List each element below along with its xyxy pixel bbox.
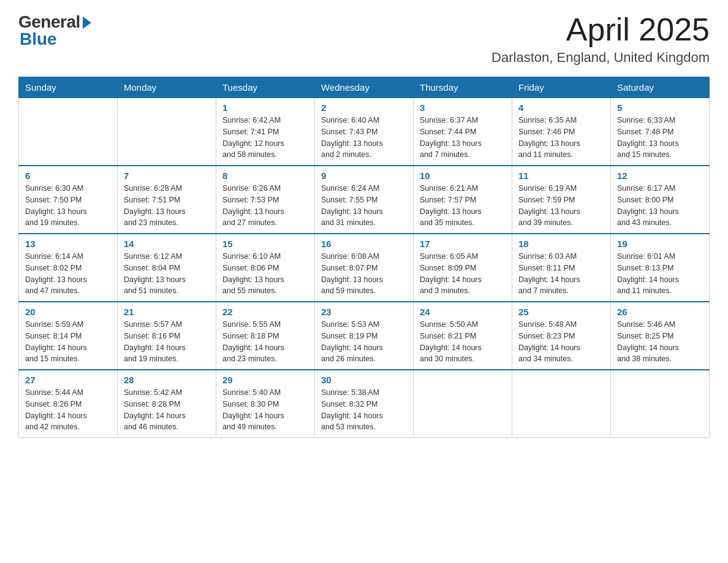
day-number: 20 — [25, 307, 111, 317]
logo-arrow-icon — [83, 17, 91, 29]
day-number: 13 — [25, 239, 111, 249]
day-info: Sunrise: 6:42 AM Sunset: 7:41 PM Dayligh… — [222, 115, 308, 161]
day-number: 30 — [321, 375, 407, 385]
day-info: Sunrise: 5:53 AM Sunset: 8:19 PM Dayligh… — [321, 319, 407, 365]
title-section: April 2025 Darlaston, England, United Ki… — [491, 12, 710, 66]
day-info: Sunrise: 5:42 AM Sunset: 8:28 PM Dayligh… — [124, 387, 210, 433]
day-info: Sunrise: 6:33 AM Sunset: 7:48 PM Dayligh… — [617, 115, 703, 161]
calendar-week-row: 27Sunrise: 5:44 AM Sunset: 8:26 PM Dayli… — [19, 370, 710, 438]
logo-blue-text: Blue — [20, 29, 57, 49]
calendar-cell: 9Sunrise: 6:24 AM Sunset: 7:55 PM Daylig… — [315, 166, 414, 234]
day-info: Sunrise: 5:57 AM Sunset: 8:16 PM Dayligh… — [124, 319, 210, 365]
day-number: 4 — [518, 102, 604, 113]
day-number: 11 — [518, 170, 604, 181]
month-title: April 2025 — [491, 12, 710, 47]
day-number: 29 — [222, 375, 308, 385]
calendar-table: SundayMondayTuesdayWednesdayThursdayFrid… — [18, 77, 710, 438]
day-number: 22 — [222, 307, 308, 317]
day-number: 3 — [420, 102, 506, 113]
day-info: Sunrise: 5:59 AM Sunset: 8:14 PM Dayligh… — [25, 319, 111, 365]
day-number: 12 — [617, 170, 703, 181]
day-info: Sunrise: 6:24 AM Sunset: 7:55 PM Dayligh… — [321, 183, 407, 229]
day-number: 15 — [222, 239, 308, 249]
calendar-cell: 21Sunrise: 5:57 AM Sunset: 8:16 PM Dayli… — [118, 302, 216, 370]
calendar-cell: 8Sunrise: 6:26 AM Sunset: 7:53 PM Daylig… — [216, 166, 315, 234]
day-info: Sunrise: 6:14 AM Sunset: 8:02 PM Dayligh… — [25, 251, 111, 297]
logo: General Blue — [18, 12, 91, 49]
calendar-cell: 26Sunrise: 5:46 AM Sunset: 8:25 PM Dayli… — [611, 302, 710, 370]
day-number: 23 — [321, 307, 407, 317]
day-number: 19 — [617, 239, 703, 249]
calendar-cell: 6Sunrise: 6:30 AM Sunset: 7:50 PM Daylig… — [19, 166, 118, 234]
day-number: 14 — [124, 239, 210, 249]
day-info: Sunrise: 6:03 AM Sunset: 8:11 PM Dayligh… — [518, 251, 604, 297]
day-info: Sunrise: 6:05 AM Sunset: 8:09 PM Dayligh… — [420, 251, 506, 297]
calendar-cell: 15Sunrise: 6:10 AM Sunset: 8:06 PM Dayli… — [216, 234, 315, 302]
calendar-cell: 17Sunrise: 6:05 AM Sunset: 8:09 PM Dayli… — [414, 234, 512, 302]
day-number: 18 — [518, 239, 604, 249]
calendar-cell: 18Sunrise: 6:03 AM Sunset: 8:11 PM Dayli… — [512, 234, 611, 302]
day-number: 25 — [518, 307, 604, 317]
day-info: Sunrise: 6:17 AM Sunset: 8:00 PM Dayligh… — [617, 183, 703, 229]
calendar-cell: 30Sunrise: 5:38 AM Sunset: 8:32 PM Dayli… — [315, 370, 414, 438]
calendar-cell: 12Sunrise: 6:17 AM Sunset: 8:00 PM Dayli… — [611, 166, 710, 234]
day-number: 7 — [124, 170, 210, 181]
weekday-header-thursday: Thursday — [414, 77, 512, 98]
day-number: 26 — [617, 307, 703, 317]
weekday-header-tuesday: Tuesday — [216, 77, 315, 98]
calendar-cell: 13Sunrise: 6:14 AM Sunset: 8:02 PM Dayli… — [19, 234, 118, 302]
day-info: Sunrise: 6:08 AM Sunset: 8:07 PM Dayligh… — [321, 251, 407, 297]
calendar-week-row: 13Sunrise: 6:14 AM Sunset: 8:02 PM Dayli… — [19, 234, 710, 302]
calendar-week-row: 1Sunrise: 6:42 AM Sunset: 7:41 PM Daylig… — [19, 98, 710, 166]
calendar-cell — [512, 370, 611, 438]
day-info: Sunrise: 5:46 AM Sunset: 8:25 PM Dayligh… — [617, 319, 703, 365]
day-info: Sunrise: 6:28 AM Sunset: 7:51 PM Dayligh… — [124, 183, 210, 229]
calendar-cell: 24Sunrise: 5:50 AM Sunset: 8:21 PM Dayli… — [414, 302, 512, 370]
calendar-cell: 20Sunrise: 5:59 AM Sunset: 8:14 PM Dayli… — [19, 302, 118, 370]
day-number: 1 — [222, 102, 308, 113]
calendar-week-row: 6Sunrise: 6:30 AM Sunset: 7:50 PM Daylig… — [19, 166, 710, 234]
day-number: 24 — [420, 307, 506, 317]
day-number: 28 — [124, 375, 210, 385]
calendar-cell: 2Sunrise: 6:40 AM Sunset: 7:43 PM Daylig… — [315, 98, 414, 166]
day-number: 8 — [222, 170, 308, 181]
weekday-header-friday: Friday — [512, 77, 611, 98]
day-info: Sunrise: 5:38 AM Sunset: 8:32 PM Dayligh… — [321, 387, 407, 433]
day-number: 16 — [321, 239, 407, 249]
weekday-header-saturday: Saturday — [611, 77, 710, 98]
calendar-cell: 16Sunrise: 6:08 AM Sunset: 8:07 PM Dayli… — [315, 234, 414, 302]
day-info: Sunrise: 5:40 AM Sunset: 8:30 PM Dayligh… — [222, 387, 308, 433]
calendar-cell: 10Sunrise: 6:21 AM Sunset: 7:57 PM Dayli… — [414, 166, 512, 234]
day-number: 27 — [25, 375, 111, 385]
day-info: Sunrise: 5:48 AM Sunset: 8:23 PM Dayligh… — [518, 319, 604, 365]
weekday-header-sunday: Sunday — [19, 77, 118, 98]
day-info: Sunrise: 6:35 AM Sunset: 7:46 PM Dayligh… — [518, 115, 604, 161]
day-info: Sunrise: 6:10 AM Sunset: 8:06 PM Dayligh… — [222, 251, 308, 297]
calendar-cell: 29Sunrise: 5:40 AM Sunset: 8:30 PM Dayli… — [216, 370, 315, 438]
day-number: 9 — [321, 170, 407, 181]
calendar-cell: 19Sunrise: 6:01 AM Sunset: 8:13 PM Dayli… — [611, 234, 710, 302]
day-info: Sunrise: 6:40 AM Sunset: 7:43 PM Dayligh… — [321, 115, 407, 161]
day-info: Sunrise: 6:37 AM Sunset: 7:44 PM Dayligh… — [420, 115, 506, 161]
day-number: 21 — [124, 307, 210, 317]
day-info: Sunrise: 6:26 AM Sunset: 7:53 PM Dayligh… — [222, 183, 308, 229]
calendar-cell: 11Sunrise: 6:19 AM Sunset: 7:59 PM Dayli… — [512, 166, 611, 234]
calendar-cell — [19, 98, 118, 166]
calendar-cell — [611, 370, 710, 438]
day-info: Sunrise: 6:30 AM Sunset: 7:50 PM Dayligh… — [25, 183, 111, 229]
calendar-cell: 23Sunrise: 5:53 AM Sunset: 8:19 PM Dayli… — [315, 302, 414, 370]
weekday-header-wednesday: Wednesday — [315, 77, 414, 98]
day-number: 6 — [25, 170, 111, 181]
calendar-cell: 1Sunrise: 6:42 AM Sunset: 7:41 PM Daylig… — [216, 98, 315, 166]
calendar-cell: 27Sunrise: 5:44 AM Sunset: 8:26 PM Dayli… — [19, 370, 118, 438]
calendar-cell: 3Sunrise: 6:37 AM Sunset: 7:44 PM Daylig… — [414, 98, 512, 166]
calendar-header-row: SundayMondayTuesdayWednesdayThursdayFrid… — [19, 77, 710, 98]
day-info: Sunrise: 6:19 AM Sunset: 7:59 PM Dayligh… — [518, 183, 604, 229]
calendar-cell: 7Sunrise: 6:28 AM Sunset: 7:51 PM Daylig… — [118, 166, 216, 234]
day-number: 10 — [420, 170, 506, 181]
day-info: Sunrise: 5:50 AM Sunset: 8:21 PM Dayligh… — [420, 319, 506, 365]
calendar-week-row: 20Sunrise: 5:59 AM Sunset: 8:14 PM Dayli… — [19, 302, 710, 370]
calendar-cell: 14Sunrise: 6:12 AM Sunset: 8:04 PM Dayli… — [118, 234, 216, 302]
calendar-cell — [118, 98, 216, 166]
location-title: Darlaston, England, United Kingdom — [491, 50, 710, 66]
